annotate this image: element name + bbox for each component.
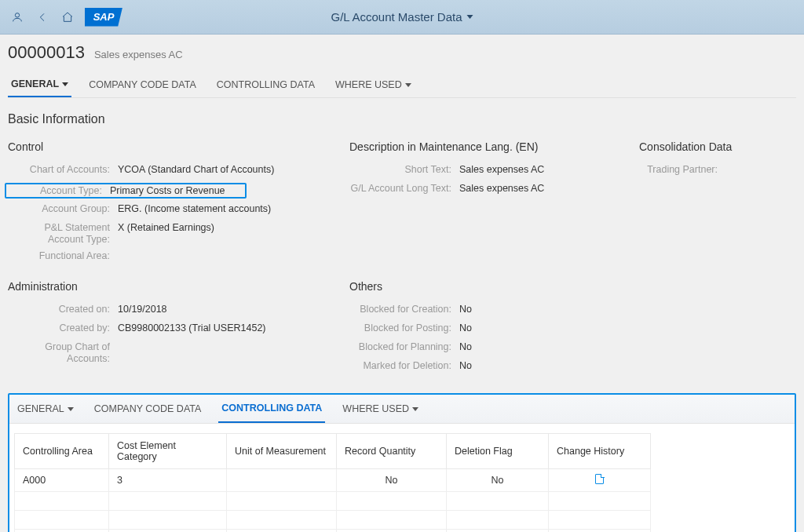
account-type-label: Account Type: xyxy=(9,185,102,196)
tab-label: CONTROLLING DATA xyxy=(221,403,322,414)
pl-statement-row: P&L StatementAccount Type: X (Retained E… xyxy=(8,222,349,246)
th-record-quantity[interactable]: Record Quantity xyxy=(337,434,447,469)
pl-statement-value: X (Retained Earnings) xyxy=(110,222,214,246)
blocked-creation-row: Blocked for Creation: No xyxy=(349,304,639,318)
group-chart-value xyxy=(110,341,118,365)
long-text-value: Sales expenses AC xyxy=(451,183,544,197)
blocked-planning-row: Blocked for Planning: No xyxy=(349,341,639,355)
cell-deletion-flag: No xyxy=(447,469,549,492)
tab-where-used[interactable]: WHERE USED xyxy=(332,74,415,97)
th-cost-element-category[interactable]: Cost Element Category xyxy=(109,434,227,469)
sap-header: SAP G/L Account Master Data xyxy=(0,0,804,35)
marked-deletion-value: No xyxy=(451,360,472,374)
blocked-planning-label: Blocked for Planning: xyxy=(349,341,451,355)
control-block: Control Chart of Accounts: YCOA (Standar… xyxy=(8,140,349,269)
administration-block: Administration Created on: 10/19/2018 Cr… xyxy=(8,280,349,379)
object-subtitle: Sales expenses AC xyxy=(94,49,183,60)
tab-label: CONTROLLING DATA xyxy=(217,79,315,90)
account-type-value: Primary Costs or Revenue xyxy=(102,185,225,196)
created-by-label: Created by: xyxy=(8,322,110,337)
marked-deletion-row: Marked for Deletion: No xyxy=(349,360,639,374)
account-group-label: Account Group: xyxy=(8,203,110,217)
table-row[interactable]: A000 3 No No xyxy=(15,469,651,492)
page-content: 00000013 Sales expenses AC GENERAL COMPA… xyxy=(0,35,804,532)
consolidation-block: Consolidation Data Trading Partner: xyxy=(639,140,796,269)
top-tabs: GENERAL COMPANY CODE DATA CONTROLLING DA… xyxy=(8,74,796,98)
tab-label: GENERAL xyxy=(17,403,64,414)
detail-tab-where-used[interactable]: WHERE USED xyxy=(339,395,422,423)
created-by-value: CB9980002133 (Trial USER1452) xyxy=(110,322,266,337)
blocked-posting-label: Blocked for Posting: xyxy=(349,322,451,337)
th-unit-of-measurement[interactable]: Unit of Measurement xyxy=(227,434,337,469)
functional-area-value xyxy=(110,250,118,264)
created-on-value: 10/19/2018 xyxy=(110,304,167,318)
others-block: Others Blocked for Creation: No Blocked … xyxy=(349,280,639,379)
th-controlling-area[interactable]: Controlling Area xyxy=(15,434,109,469)
object-code: 00000013 xyxy=(8,42,85,63)
sap-logo: SAP xyxy=(85,8,122,27)
form-grid-lower: Administration Created on: 10/19/2018 Cr… xyxy=(8,272,796,379)
table-wrap: Controlling Area Cost Element Category U… xyxy=(9,424,795,532)
blocked-creation-label: Blocked for Creation: xyxy=(349,304,451,318)
created-by-row: Created by: CB9980002133 (Trial USER1452… xyxy=(8,322,349,337)
functional-area-label: Functional Area: xyxy=(8,250,110,264)
detail-tab-general[interactable]: GENERAL xyxy=(14,395,77,423)
tab-company-code-data[interactable]: COMPANY CODE DATA xyxy=(86,74,199,97)
detail-panel: GENERAL COMPANY CODE DATA CONTROLLING DA… xyxy=(8,393,796,532)
account-group-row: Account Group: ERG. (Income statement ac… xyxy=(8,203,349,217)
group-chart-row: Group Chart ofAccounts: xyxy=(8,341,349,365)
control-title: Control xyxy=(8,140,349,153)
short-text-value: Sales expenses AC xyxy=(451,164,544,178)
tab-label: WHERE USED xyxy=(342,403,409,414)
back-icon[interactable] xyxy=(31,6,53,28)
pl-statement-label: P&L StatementAccount Type: xyxy=(8,222,110,246)
group-chart-label: Group Chart ofAccounts: xyxy=(8,341,110,365)
marked-deletion-label: Marked for Deletion: xyxy=(349,360,451,374)
chart-of-accounts-label: Chart of Accounts: xyxy=(8,164,110,178)
detail-tab-controlling-data[interactable]: CONTROLLING DATA xyxy=(218,395,325,423)
chevron-down-icon xyxy=(412,407,418,411)
document-icon[interactable] xyxy=(595,474,604,484)
basic-information-title: Basic Information xyxy=(8,112,796,126)
page-title[interactable]: G/L Account Master Data xyxy=(331,10,473,24)
blocked-posting-row: Blocked for Posting: No xyxy=(349,322,639,337)
account-type-row: Account Type: Primary Costs or Revenue xyxy=(8,183,349,199)
table-row xyxy=(15,530,651,533)
blocked-posting-value: No xyxy=(451,322,472,337)
chevron-down-icon xyxy=(68,407,74,411)
chart-of-accounts-row: Chart of Accounts: YCOA (Standard Chart … xyxy=(8,164,349,178)
controlling-data-table: Controlling Area Cost Element Category U… xyxy=(14,433,651,532)
trading-partner-label: Trading Partner: xyxy=(639,164,718,178)
th-change-history[interactable]: Change History xyxy=(549,434,651,469)
tab-label: GENERAL xyxy=(11,78,59,89)
svg-point-0 xyxy=(15,13,19,16)
detail-tab-company-code-data[interactable]: COMPANY CODE DATA xyxy=(91,395,205,423)
tab-controlling-data[interactable]: CONTROLLING DATA xyxy=(214,74,318,97)
long-text-label: G/L Account Long Text: xyxy=(349,183,451,197)
table-row xyxy=(15,511,651,530)
account-type-highlight: Account Type: Primary Costs or Revenue xyxy=(5,183,247,199)
table-header-row: Controlling Area Cost Element Category U… xyxy=(15,434,651,469)
chevron-down-icon xyxy=(62,82,68,86)
blocked-creation-value: No xyxy=(451,304,472,318)
blocked-planning-value: No xyxy=(451,341,472,355)
cell-change-history[interactable] xyxy=(549,469,651,492)
chevron-down-icon xyxy=(405,83,411,87)
trading-partner-row: Trading Partner: xyxy=(639,164,796,178)
form-grid-upper: Control Chart of Accounts: YCOA (Standar… xyxy=(8,140,796,272)
table-row xyxy=(15,492,651,511)
account-group-value: ERG. (Income statement accounts) xyxy=(110,203,271,217)
description-block: Description in Maintenance Lang. (EN) Sh… xyxy=(349,140,639,269)
page-title-text: G/L Account Master Data xyxy=(331,10,462,24)
user-icon[interactable] xyxy=(6,6,28,28)
tab-label: WHERE USED xyxy=(335,79,402,90)
short-text-label: Short Text: xyxy=(349,164,451,178)
others-title: Others xyxy=(349,280,639,293)
tab-general[interactable]: GENERAL xyxy=(8,74,71,97)
th-deletion-flag[interactable]: Deletion Flag xyxy=(447,434,549,469)
created-on-row: Created on: 10/19/2018 xyxy=(8,304,349,318)
home-icon[interactable] xyxy=(57,6,79,28)
administration-title: Administration xyxy=(8,280,349,293)
object-header: 00000013 Sales expenses AC xyxy=(8,42,796,63)
short-text-row: Short Text: Sales expenses AC xyxy=(349,164,639,178)
